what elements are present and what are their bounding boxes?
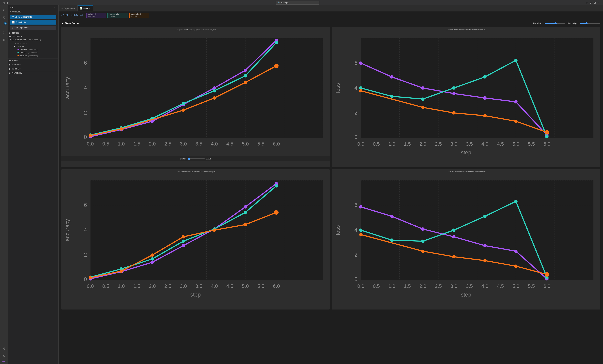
exp-7d4cef7[interactable]: 7d4cef7 [yarer-tods] [8,51,58,54]
svg-point-90 [390,95,394,98]
tab-plots[interactable]: 📊 Plots ✕ [78,5,93,11]
show-experiments-button[interactable]: ⚗ Show Experiments [10,15,56,19]
activity-explorer[interactable]: ⧉ [1,14,7,21]
collapse-series-chevron[interactable]: ▼ [61,22,64,25]
svg-text:5.5: 5.5 [257,141,264,147]
svg-point-43 [244,74,247,78]
workspace-label: workspace [18,42,27,45]
search-input[interactable] [281,1,315,4]
svg-text:1.5: 1.5 [133,283,140,289]
exp-d503f8e[interactable]: d503f8e [curst-chad] [8,54,58,57]
exp-4475845[interactable]: 4475845 [aulic-chiv] [8,48,58,51]
dvc-logo: DvC [2,361,6,363]
svg-text:5.0: 5.0 [512,141,519,147]
activity-settings[interactable]: ⚙ [1,353,7,359]
svg-point-185 [359,205,363,209]
sidebar-section-sort[interactable]: ▶ SORT BY [8,67,58,70]
svg-point-36 [244,69,247,72]
activity-remote[interactable]: ⊚ [1,345,7,352]
svg-text:2.0: 2.0 [149,283,156,289]
plots-tab-icon: 📊 [80,7,82,10]
back-button[interactable]: ◀ [2,1,5,5]
activity-run-debug[interactable]: ▷ [1,29,7,36]
data-series-header: ▼ Data Series ℹ Plot Width Plot Height [61,22,600,25]
svg-point-147 [89,276,92,279]
svg-point-151 [213,228,216,232]
svg-text:6.0: 6.0 [544,283,550,289]
sidebar-section-studio[interactable]: ▶ STUDIO [8,31,58,35]
drag-handle[interactable]: ⋮⋮ [193,28,198,31]
svg-text:6.0: 6.0 [273,141,280,147]
refresh-all-button[interactable]: ↻ Refresh All [70,13,85,17]
files-icon: ⧉ [3,16,5,19]
exp-d503f8e-tag: [curst-chad] [28,55,38,57]
exp-tag-aulic-chiv[interactable]: aulic-chiv 4475845 [86,13,106,18]
sidebar-section-plots[interactable]: ▶ PLOTS [8,58,58,62]
activity-source-control[interactable]: ⑃ 26 [1,22,7,28]
svg-point-42 [213,89,216,92]
run-experiment-button[interactable]: ▷ Run Experiment [10,26,56,30]
search-icon: 🔍 [278,1,280,4]
sort-chevron-icon: ▶ [9,68,11,70]
split-editor-button[interactable]: ⧉ [585,1,588,4]
smooth-value: 0.001 [206,158,211,160]
svg-point-45 [89,134,92,137]
layout-button[interactable]: ⊟ [589,1,592,4]
activity-extensions[interactable]: ⊞ [1,36,7,43]
master-label: master [18,46,24,48]
filter-icon: ≡ [61,14,62,16]
master-item[interactable]: ▼ master [8,45,58,48]
svg-text:loss: loss [335,83,341,93]
exp-4475845-label: 4475845 [20,48,27,51]
chart-val-accuracy: 0 2 4 6 0.0 0.5 1.0 1.5 2.0 2.5 3.0 3.5 [63,175,328,308]
data-series-title: Data Series [65,22,80,25]
activity-search[interactable]: ⊙ [1,7,7,13]
smooth-slider[interactable] [188,159,205,159]
layout2-button[interactable]: ⊞ [593,1,596,4]
sidebar-section-support[interactable]: ▶ SUPPORT [8,63,58,66]
svg-point-189 [483,244,487,247]
tab-experiments[interactable]: ⚗ Experiments [58,5,78,11]
svg-point-83 [390,75,394,79]
exp-7d4cef7-label: 7d4cef7 [20,51,27,54]
forward-button[interactable]: ▶ [7,1,10,5]
exp-tag-curst-chad[interactable]: curst-chad d503f8e [129,13,149,18]
info-icon[interactable]: ℹ [81,22,81,25]
plot-width-slider[interactable] [545,23,565,24]
svg-text:step: step [190,292,201,298]
run-experiment-label: Run Experiment [15,27,29,29]
tab-close-button[interactable]: ✕ [89,7,91,10]
svg-point-98 [452,111,456,114]
experiments-tree: workspace ▼ master 4475845 [aulic-chiv] … [8,41,58,58]
svg-point-199 [359,233,363,236]
sidebar-section-experiments[interactable]: ▼ EXPERIMENTS 3 of 5 (max 7) [8,38,58,41]
exp-dot-teal [18,52,19,53]
svg-point-91 [421,97,425,101]
exp-tag-yarer-tods[interactable]: yarer-tods 7d4cef7 [107,13,128,18]
show-plots-button[interactable]: 📊 Show Plots [10,20,56,24]
run-icon: ▷ [12,27,14,29]
svg-text:3.0: 3.0 [180,141,187,147]
svg-text:0: 0 [84,134,87,140]
support-chevron-icon: ▶ [9,64,11,66]
svg-point-148 [120,270,123,273]
sidebar-section-columns[interactable]: ▶ COLUMNS [8,35,58,38]
svg-point-99 [483,114,487,117]
sidebar-more-button[interactable]: ••• [54,7,56,9]
workspace-item[interactable]: workspace [8,42,58,45]
sidebar-section-filter[interactable]: ▶ FILTER BY [8,71,58,75]
more-button[interactable]: ⋯ [597,1,601,4]
svg-text:3.5: 3.5 [466,283,473,289]
svg-point-150 [182,235,185,239]
sidebar-section-actions[interactable]: ▼ ACTIONS [8,10,58,13]
experiments-count: 3 of 5 (max 7) [27,39,41,41]
svg-point-49 [244,81,247,84]
filter-chevron-icon: ▶ [9,72,11,74]
plot-card-val-accuracy: …/dvc.yaml::dvclive/plots/metrics/val/ac… [61,169,330,309]
titlebar: ◀ ▶ 🔍 ⧉ ⊟ ⊞ ⋯ [0,0,603,5]
svg-text:loss: loss [335,225,341,235]
smooth-label: smooth [180,158,186,160]
plots-tab-label: Plots [83,7,88,10]
plot-height-slider[interactable] [580,23,600,24]
search-bar[interactable]: 🔍 [276,1,319,5]
